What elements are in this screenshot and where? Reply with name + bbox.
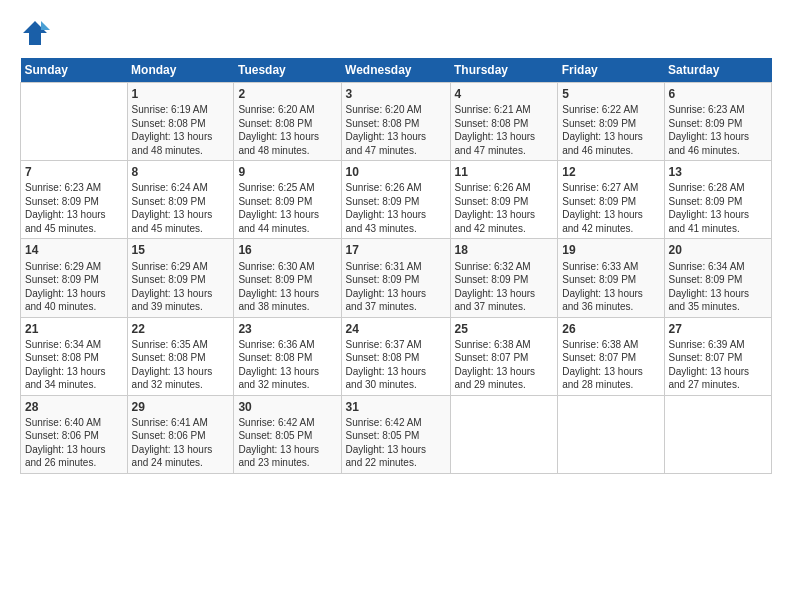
day-info: Daylight: 13 hours xyxy=(238,208,336,222)
day-info: Sunrise: 6:34 AM xyxy=(25,338,123,352)
day-info: Sunset: 8:08 PM xyxy=(346,117,446,131)
weekday-header-cell: Saturday xyxy=(664,58,772,83)
day-info: Daylight: 13 hours xyxy=(346,130,446,144)
calendar-day-cell: 11Sunrise: 6:26 AMSunset: 8:09 PMDayligh… xyxy=(450,161,558,239)
day-info: Sunset: 8:08 PM xyxy=(346,351,446,365)
calendar-day-cell: 4Sunrise: 6:21 AMSunset: 8:08 PMDaylight… xyxy=(450,83,558,161)
day-number: 21 xyxy=(25,321,123,337)
day-info: Sunrise: 6:23 AM xyxy=(669,103,768,117)
day-info: Daylight: 13 hours xyxy=(346,365,446,379)
day-info: Sunset: 8:08 PM xyxy=(238,351,336,365)
calendar-day-cell: 21Sunrise: 6:34 AMSunset: 8:08 PMDayligh… xyxy=(21,317,128,395)
day-info: Sunset: 8:09 PM xyxy=(346,195,446,209)
day-number: 4 xyxy=(455,86,554,102)
calendar-day-cell xyxy=(664,395,772,473)
day-info: Sunset: 8:09 PM xyxy=(25,195,123,209)
calendar-table: SundayMondayTuesdayWednesdayThursdayFrid… xyxy=(20,58,772,474)
day-number: 28 xyxy=(25,399,123,415)
day-info: Sunset: 8:09 PM xyxy=(562,273,659,287)
day-info: Sunset: 8:09 PM xyxy=(562,117,659,131)
day-info: Sunrise: 6:40 AM xyxy=(25,416,123,430)
day-info: Daylight: 13 hours xyxy=(25,287,123,301)
day-info: Sunset: 8:08 PM xyxy=(455,117,554,131)
page: SundayMondayTuesdayWednesdayThursdayFrid… xyxy=(0,0,792,612)
calendar-week-row: 1Sunrise: 6:19 AMSunset: 8:08 PMDaylight… xyxy=(21,83,772,161)
calendar-day-cell xyxy=(558,395,664,473)
day-info: and 42 minutes. xyxy=(562,222,659,236)
day-info: Daylight: 13 hours xyxy=(238,365,336,379)
calendar-day-cell: 5Sunrise: 6:22 AMSunset: 8:09 PMDaylight… xyxy=(558,83,664,161)
calendar-day-cell: 16Sunrise: 6:30 AMSunset: 8:09 PMDayligh… xyxy=(234,239,341,317)
day-info: Sunrise: 6:32 AM xyxy=(455,260,554,274)
day-info: Daylight: 13 hours xyxy=(25,208,123,222)
day-number: 5 xyxy=(562,86,659,102)
day-info: Sunrise: 6:35 AM xyxy=(132,338,230,352)
logo xyxy=(20,18,52,48)
day-number: 13 xyxy=(669,164,768,180)
day-number: 1 xyxy=(132,86,230,102)
day-number: 2 xyxy=(238,86,336,102)
calendar-day-cell: 26Sunrise: 6:38 AMSunset: 8:07 PMDayligh… xyxy=(558,317,664,395)
day-info: Daylight: 13 hours xyxy=(669,130,768,144)
day-info: Daylight: 13 hours xyxy=(562,365,659,379)
calendar-week-row: 28Sunrise: 6:40 AMSunset: 8:06 PMDayligh… xyxy=(21,395,772,473)
calendar-day-cell: 12Sunrise: 6:27 AMSunset: 8:09 PMDayligh… xyxy=(558,161,664,239)
calendar-day-cell: 28Sunrise: 6:40 AMSunset: 8:06 PMDayligh… xyxy=(21,395,128,473)
day-number: 6 xyxy=(669,86,768,102)
day-number: 20 xyxy=(669,242,768,258)
day-info: Sunrise: 6:42 AM xyxy=(346,416,446,430)
day-info: Sunset: 8:09 PM xyxy=(669,273,768,287)
day-info: and 41 minutes. xyxy=(669,222,768,236)
calendar-day-cell: 27Sunrise: 6:39 AMSunset: 8:07 PMDayligh… xyxy=(664,317,772,395)
day-info: Sunrise: 6:38 AM xyxy=(562,338,659,352)
calendar-week-row: 21Sunrise: 6:34 AMSunset: 8:08 PMDayligh… xyxy=(21,317,772,395)
day-info: and 46 minutes. xyxy=(562,144,659,158)
day-info: Sunset: 8:09 PM xyxy=(669,117,768,131)
day-number: 25 xyxy=(455,321,554,337)
calendar-day-cell: 14Sunrise: 6:29 AMSunset: 8:09 PMDayligh… xyxy=(21,239,128,317)
day-info: Sunrise: 6:21 AM xyxy=(455,103,554,117)
day-info: Sunset: 8:07 PM xyxy=(562,351,659,365)
weekday-header-cell: Friday xyxy=(558,58,664,83)
calendar-day-cell: 8Sunrise: 6:24 AMSunset: 8:09 PMDaylight… xyxy=(127,161,234,239)
weekday-header-cell: Tuesday xyxy=(234,58,341,83)
day-number: 3 xyxy=(346,86,446,102)
day-info: Sunset: 8:06 PM xyxy=(25,429,123,443)
day-info: Daylight: 13 hours xyxy=(25,443,123,457)
day-info: Daylight: 13 hours xyxy=(562,287,659,301)
day-info: Daylight: 13 hours xyxy=(132,130,230,144)
day-info: Daylight: 13 hours xyxy=(346,287,446,301)
calendar-day-cell: 9Sunrise: 6:25 AMSunset: 8:09 PMDaylight… xyxy=(234,161,341,239)
calendar-day-cell: 25Sunrise: 6:38 AMSunset: 8:07 PMDayligh… xyxy=(450,317,558,395)
day-info: and 34 minutes. xyxy=(25,378,123,392)
day-info: Sunset: 8:09 PM xyxy=(346,273,446,287)
day-info: and 30 minutes. xyxy=(346,378,446,392)
calendar-body: 1Sunrise: 6:19 AMSunset: 8:08 PMDaylight… xyxy=(21,83,772,474)
calendar-day-cell: 24Sunrise: 6:37 AMSunset: 8:08 PMDayligh… xyxy=(341,317,450,395)
day-info: and 38 minutes. xyxy=(238,300,336,314)
day-number: 15 xyxy=(132,242,230,258)
day-info: Sunset: 8:09 PM xyxy=(238,273,336,287)
day-info: Daylight: 13 hours xyxy=(669,208,768,222)
day-number: 22 xyxy=(132,321,230,337)
day-info: Daylight: 13 hours xyxy=(669,365,768,379)
day-info: Daylight: 13 hours xyxy=(669,287,768,301)
day-info: Daylight: 13 hours xyxy=(238,287,336,301)
calendar-day-cell: 10Sunrise: 6:26 AMSunset: 8:09 PMDayligh… xyxy=(341,161,450,239)
day-info: Sunset: 8:08 PM xyxy=(132,117,230,131)
day-number: 27 xyxy=(669,321,768,337)
day-info: Sunset: 8:05 PM xyxy=(238,429,336,443)
day-info: Sunrise: 6:31 AM xyxy=(346,260,446,274)
calendar-day-cell: 13Sunrise: 6:28 AMSunset: 8:09 PMDayligh… xyxy=(664,161,772,239)
calendar-day-cell: 31Sunrise: 6:42 AMSunset: 8:05 PMDayligh… xyxy=(341,395,450,473)
calendar-day-cell: 19Sunrise: 6:33 AMSunset: 8:09 PMDayligh… xyxy=(558,239,664,317)
day-number: 10 xyxy=(346,164,446,180)
day-info: and 47 minutes. xyxy=(455,144,554,158)
calendar-week-row: 14Sunrise: 6:29 AMSunset: 8:09 PMDayligh… xyxy=(21,239,772,317)
day-info: Sunset: 8:06 PM xyxy=(132,429,230,443)
calendar-day-cell: 15Sunrise: 6:29 AMSunset: 8:09 PMDayligh… xyxy=(127,239,234,317)
day-info: Sunrise: 6:28 AM xyxy=(669,181,768,195)
day-info: and 37 minutes. xyxy=(455,300,554,314)
calendar-day-cell: 30Sunrise: 6:42 AMSunset: 8:05 PMDayligh… xyxy=(234,395,341,473)
day-number: 8 xyxy=(132,164,230,180)
